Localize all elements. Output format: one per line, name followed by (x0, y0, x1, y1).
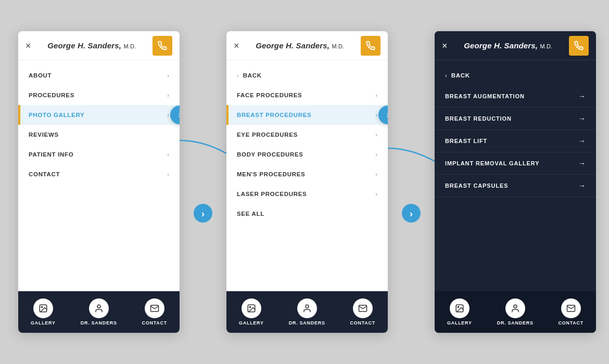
close-icon-2[interactable]: × (234, 41, 239, 50)
contact-icon-2 (353, 298, 373, 318)
nav-item-eye-procedures[interactable]: EYE PROCEDURES › (226, 125, 388, 145)
nav-arrow-procedures: › (167, 92, 169, 98)
nav-label-procedures: PROCEDURES (29, 92, 74, 98)
nav-label-eye-procedures: EYE PROCEDURES (237, 132, 298, 138)
phone-1-bottom-bar: GALLERY DR. SANDERS CONTACT (18, 291, 180, 333)
next-circle-btn-1[interactable]: › (170, 106, 180, 124)
phone-1: × George H. Sanders, M.D. ABOUT › PROCED… (18, 31, 180, 333)
bottom-gallery-1[interactable]: GALLERY (31, 298, 56, 326)
nav-arrow-contact: › (167, 171, 169, 177)
nav-label-laser-procedures: LASER PROCEDURES (237, 191, 307, 197)
nav-item-breast-capsules[interactable]: BREAST CAPSULES → (435, 175, 596, 197)
nav-label-about: ABOUT (29, 72, 52, 79)
svg-point-9 (458, 306, 459, 307)
nav-arrow-breast-procedures: › (375, 112, 377, 118)
bottom-dr-sanders-2[interactable]: DR. SANDERS (289, 298, 325, 326)
bottom-gallery-3[interactable]: GALLERY (447, 298, 472, 326)
svg-point-2 (97, 305, 100, 308)
phone-1-header: × George H. Sanders, M.D. (18, 31, 180, 60)
gallery-label-2: GALLERY (239, 320, 264, 326)
nav-arrow-body-procedures: › (375, 151, 377, 158)
nav-label-reviews: REVIEWS (29, 132, 59, 138)
dr-sanders-label-3: DR. SANDERS (497, 320, 534, 326)
nav-label-implant-removal-gallery: IMPLANT REMOVAL GALLERY (445, 160, 539, 166)
nav-item-about[interactable]: ABOUT › (18, 66, 180, 85)
call-button-3[interactable] (569, 36, 589, 56)
gallery-icon-2 (242, 298, 261, 318)
nav-item-patient-info[interactable]: PATIENT INFO › (18, 145, 180, 164)
contact-label-3: CONTACT (559, 320, 583, 326)
gallery-label-1: GALLERY (31, 320, 56, 326)
next-circle-btn-2[interactable]: › (378, 106, 388, 124)
nav-item-contact[interactable]: CONTACT › (18, 164, 180, 184)
nav-arrow-breast-augmentation: → (578, 92, 586, 100)
phone-2: × George H. Sanders, M.D. ‹ BACK FACE PR… (226, 31, 388, 333)
nav-label-breast-lift: BREAST LIFT (445, 138, 487, 144)
svg-point-5 (249, 306, 250, 307)
active-bar (18, 105, 20, 125)
doctor-title-3: George H. Sanders, M.D. (464, 41, 552, 50)
back-arrow-2: ‹ (237, 72, 239, 79)
nav-item-face-procedures[interactable]: FACE PROCEDURES › (226, 85, 388, 105)
phone-3-bottom-bar: GALLERY DR. SANDERS CONTACT (435, 291, 596, 333)
svg-text:›: › (201, 209, 205, 219)
nav-arrow-eye-procedures: › (375, 132, 377, 138)
nav-item-breast-reduction[interactable]: BREAST REDUCTION → (435, 108, 596, 130)
gallery-icon-3 (450, 298, 470, 318)
nav-item-procedures[interactable]: PROCEDURES › (18, 85, 180, 105)
bottom-dr-sanders-1[interactable]: DR. SANDERS (81, 298, 117, 326)
nav-arrow-about: › (167, 72, 169, 79)
bottom-dr-sanders-3[interactable]: DR. SANDERS (497, 298, 534, 326)
nav-item-laser-procedures[interactable]: LASER PROCEDURES › (226, 184, 388, 204)
contact-label-2: CONTACT (350, 320, 375, 326)
nav-label-face-procedures: FACE PROCEDURES (237, 92, 302, 98)
nav-label-breast-capsules: BREAST CAPSULES (445, 183, 508, 189)
nav-item-photo-gallery[interactable]: PHOTO GALLERY › › (18, 105, 180, 125)
call-button-2[interactable] (361, 36, 380, 56)
nav-item-implant-removal-gallery[interactable]: IMPLANT REMOVAL GALLERY → (435, 152, 596, 175)
nav-item-breast-augmentation[interactable]: BREAST AUGMENTATION → (435, 85, 596, 108)
phone-3-header: × George H. Sanders, M.D. (435, 31, 596, 60)
dr-sanders-icon-3 (505, 298, 525, 318)
close-icon-1[interactable]: × (26, 41, 31, 50)
nav-arrow-laser-procedures: › (375, 191, 377, 197)
gallery-icon-1 (33, 298, 53, 318)
bottom-gallery-2[interactable]: GALLERY (239, 298, 264, 326)
back-item-2[interactable]: ‹ BACK (226, 66, 388, 85)
nav-item-breast-procedures[interactable]: BREAST PROCEDURES › › (226, 105, 388, 125)
nav-item-see-all[interactable]: SEE ALL (226, 204, 388, 224)
nav-arrow-implant-removal-gallery: → (578, 159, 586, 167)
phone-2-header: × George H. Sanders, M.D. (226, 31, 388, 60)
svg-point-10 (514, 305, 517, 308)
phone-2-nav: ‹ BACK FACE PROCEDURES › BREAST PROCEDUR… (226, 60, 388, 291)
dr-sanders-icon-1 (89, 298, 109, 318)
bottom-contact-3[interactable]: CONTACT (559, 298, 583, 326)
nav-arrow-mens-procedures: › (375, 171, 377, 177)
connector-svg-2: › (388, 31, 435, 333)
contact-icon-3 (561, 298, 581, 318)
nav-label-photo-gallery: PHOTO GALLERY (29, 112, 84, 118)
bottom-contact-2[interactable]: CONTACT (350, 298, 375, 326)
close-icon-3[interactable]: × (442, 41, 448, 50)
call-button-1[interactable] (153, 36, 172, 56)
nav-arrow-photo-gallery: › (167, 112, 169, 118)
phone-3: × George H. Sanders, M.D. ‹ BACK BREAST … (435, 31, 596, 333)
nav-item-body-procedures[interactable]: BODY PROCEDURES › (226, 145, 388, 164)
nav-item-breast-lift[interactable]: BREAST LIFT → (435, 130, 596, 152)
contact-label-1: CONTACT (142, 320, 167, 326)
nav-label-mens-procedures: MEN'S PROCEDURES (237, 171, 305, 177)
nav-label-contact: CONTACT (29, 171, 60, 177)
nav-label-patient-info: PATIENT INFO (29, 151, 73, 158)
active-bar-2 (226, 105, 229, 125)
nav-item-mens-procedures[interactable]: MEN'S PROCEDURES › (226, 164, 388, 184)
gallery-label-3: GALLERY (447, 320, 472, 326)
phone-3-nav: ‹ BACK BREAST AUGMENTATION → BREAST REDU… (435, 60, 596, 291)
bottom-contact-1[interactable]: CONTACT (142, 298, 167, 326)
nav-arrow-breast-lift: → (578, 137, 586, 145)
back-item-3[interactable]: ‹ BACK (435, 66, 596, 85)
nav-item-reviews[interactable]: REVIEWS (18, 125, 180, 145)
svg-point-6 (306, 305, 309, 308)
nav-arrow-patient-info: › (167, 151, 169, 158)
dr-sanders-icon-2 (297, 298, 317, 318)
nav-label-breast-procedures: BREAST PROCEDURES (237, 112, 311, 118)
